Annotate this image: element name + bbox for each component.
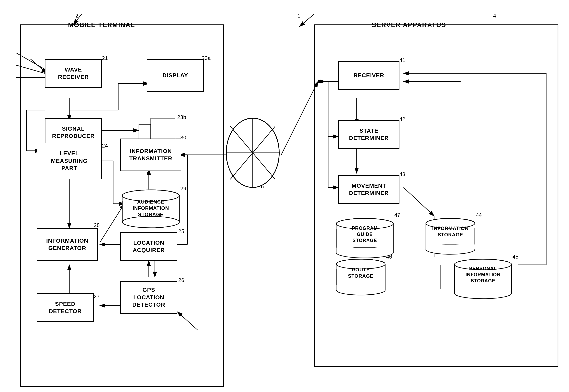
gps-label: GPSLOCATIONDETECTOR: [132, 286, 165, 308]
display-box: DISPLAY: [147, 59, 204, 92]
ref-30: 30: [180, 134, 186, 141]
svg-point-57: [122, 216, 179, 228]
ref-28: 28: [94, 222, 100, 228]
info-transmitter-label: INFORMATIONTRANSMITTER: [129, 148, 172, 162]
level-measuring-box: LEVELMEASURINGPART: [37, 143, 102, 179]
ref-25: 25: [178, 228, 184, 235]
audience-info-label: AUDIENCEINFORMATIONSTORAGE: [120, 199, 181, 218]
ref-21: 21: [102, 55, 108, 61]
svg-rect-82: [337, 285, 385, 290]
ref-41: 41: [399, 57, 405, 63]
ref-23b: 23b: [177, 114, 186, 120]
svg-rect-76: [455, 288, 511, 294]
location-acquirer-box: LOCATIONACQUIRER: [120, 232, 177, 261]
signal-reproducer-box: SIGNALREPRODUCER: [45, 118, 102, 147]
route-storage-label: ROUTESTORAGE: [334, 266, 387, 279]
ref-44: 44: [476, 212, 482, 218]
ref-45: 45: [512, 254, 518, 260]
svg-line-89: [299, 14, 314, 27]
state-determiner-label: STATEDETERMINER: [349, 127, 389, 142]
svg-line-32: [281, 82, 318, 155]
movement-determiner-box: MOVEMENTDETERMINER: [338, 175, 399, 204]
audience-info-cylinder: AUDIENCEINFORMATIONSTORAGE: [120, 187, 181, 228]
program-guide-label: PROGRAMGUIDESTORAGE: [334, 225, 395, 244]
ref-24: 24: [102, 143, 108, 149]
info-storage-label: INFORMATIONSTORAGE: [424, 225, 477, 238]
server-receiver-label: RECEIVER: [353, 72, 384, 79]
server-receiver-box: RECEIVER: [338, 61, 399, 90]
diagram: 1 2 4 6 MOBILE TERMINAL SERVER APPARATUS…: [0, 0, 569, 392]
ref-27: 27: [94, 294, 100, 300]
speed-detector-label: SPEEDDETECTOR: [49, 300, 82, 315]
ref-47: 47: [394, 212, 400, 218]
wave-receiver-label: WAVERECEIVER: [58, 66, 89, 81]
server-label: SERVER APPARATUS: [372, 21, 446, 29]
svg-rect-88: [337, 248, 393, 253]
movement-determiner-label: MOVEMENTDETERMINER: [349, 182, 389, 197]
svg-rect-53: [139, 124, 151, 140]
personal-info-label: PERSONALINFORMATIONSTORAGE: [453, 266, 513, 284]
svg-line-91: [73, 14, 82, 25]
display-label: DISPLAY: [162, 72, 188, 79]
speed-detector-box: SPEEDDETECTOR: [37, 294, 94, 322]
gps-box: GPSLOCATIONDETECTOR: [120, 281, 177, 314]
info-transmitter-box: INFORMATIONTRANSMITTER: [120, 139, 181, 171]
network-ellipse: [224, 114, 281, 192]
personal-info-cylinder: PERSONALINFORMATIONSTORAGE: [453, 257, 513, 302]
ref-29: 29: [180, 185, 186, 192]
information-generator-label: INFORMATIONGENERATOR: [46, 237, 88, 252]
ref-4: 4: [493, 13, 496, 19]
state-determiner-box: STATEDETERMINER: [338, 120, 399, 149]
info-storage-cylinder: INFORMATIONSTORAGE: [424, 216, 477, 257]
wave-receiver-box: WAVERECEIVER: [45, 59, 102, 88]
level-measuring-label: LEVELMEASURINGPART: [51, 150, 88, 172]
ref-26: 26: [178, 277, 184, 283]
signal-reproducer-label: SIGNALREPRODUCER: [52, 125, 95, 140]
svg-rect-70: [426, 244, 475, 249]
ref-43: 43: [399, 171, 405, 178]
program-guide-cylinder: PROGRAMGUIDESTORAGE: [334, 216, 395, 261]
ref-42: 42: [399, 116, 405, 123]
route-storage-cylinder: ROUTESTORAGE: [334, 257, 387, 297]
location-acquirer-label: LOCATIONACQUIRER: [133, 239, 165, 254]
information-generator-box: INFORMATIONGENERATOR: [37, 228, 98, 261]
ref-23a: 23a: [202, 55, 211, 61]
